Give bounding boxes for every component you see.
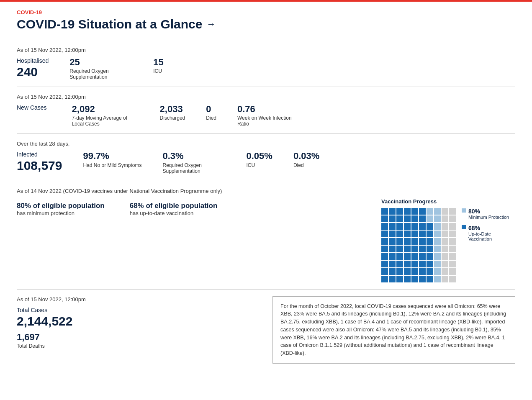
hospitalised-block: Hospitalised 240 (17, 57, 49, 79)
infected-block: Infected 108,579 (17, 151, 62, 172)
waffle-cell (419, 238, 426, 245)
waffle-cell (396, 208, 403, 215)
discharged-label: Discharged (160, 115, 185, 121)
waffle-cell (404, 276, 411, 282)
legend-80-text: 80% Minimum Protection (468, 208, 509, 220)
waffle-cell (419, 246, 426, 252)
waffle-cell (411, 215, 418, 222)
total-cases-label: Total Cases (17, 307, 272, 313)
hospitalised-section: As of 15 Nov 2022, 12:00pm Hospitalised … (17, 40, 515, 87)
waffle-cell (434, 231, 441, 237)
legend-68-text: 68% Up-to-Date Vaccination (468, 225, 515, 241)
waffle-cell (381, 253, 388, 260)
died-28-label: Died (293, 162, 319, 168)
vaccination-left: 80% of eligible population has minimum p… (17, 198, 381, 216)
died-block: 0 Died (206, 104, 216, 121)
waffle-cell (389, 238, 396, 245)
died-value: 0 (206, 104, 216, 114)
waffle-cell (404, 246, 411, 252)
waffle-cell (449, 253, 456, 260)
min-pct-bold: 80% of eligible population (17, 202, 105, 210)
waffle-chart (381, 208, 456, 282)
waffle-cell (434, 215, 441, 222)
waffle-cell (427, 246, 433, 252)
waffle-cell (396, 215, 403, 222)
waffle-cell (381, 238, 388, 245)
waffle-cell (396, 276, 403, 282)
total-deaths-label: Total Deaths (17, 343, 45, 349)
icu-block: 15 ICU (153, 57, 163, 74)
waffle-cell (442, 238, 448, 245)
waffle-cell (449, 208, 456, 215)
waffle-cell (396, 238, 403, 245)
icu-28-block: 0.05% ICU (247, 151, 272, 168)
note-text: For the month of October 2022, local COV… (280, 303, 506, 356)
waffle-cell (396, 246, 403, 252)
total-cases-value: 2,144,522 (17, 314, 272, 328)
oxygen-block: 25 Required Oxygen Supplementation (69, 57, 132, 80)
waffle-cell (404, 208, 411, 215)
waffle-cell (396, 268, 403, 275)
waffle-cell (381, 208, 388, 215)
waffle-cell (427, 223, 433, 230)
new-cases-label: New Cases (17, 104, 47, 111)
legend-80-color (462, 208, 466, 213)
waffle-cell (411, 268, 418, 275)
waffle-cell (404, 238, 411, 245)
new-cases-section: As of 15 Nov 2022, 12:00pm New Cases 2,0… (17, 87, 515, 133)
icu-label: ICU (153, 68, 163, 74)
waffle-cell (411, 261, 418, 267)
waffle-cell (434, 268, 441, 275)
waffle-cell (442, 246, 448, 252)
waffle-cell (404, 261, 411, 267)
wow-label: Week on Week Infection Ratio (237, 115, 300, 127)
waffle-cell (427, 208, 433, 215)
waffle-cell (389, 215, 396, 222)
icu-28-label: ICU (247, 162, 272, 168)
total-left: As of 15 Nov 2022, 12:00pm Total Cases 2… (17, 296, 272, 349)
waffle-cell (419, 223, 426, 230)
waffle-cell (434, 246, 441, 252)
as-of-1: As of 15 Nov 2022, 12:00pm (17, 47, 515, 53)
oxygen-label: Required Oxygen Supplementation (69, 68, 132, 80)
infected-label: Infected (17, 151, 62, 158)
genomics-note: For the month of October 2022, local COV… (272, 296, 515, 364)
waffle-cell (449, 276, 456, 282)
waffle-cell (434, 261, 441, 267)
mild-label: Had No or Mild Symptoms (83, 162, 141, 168)
vacc-chart-title: Vaccination Progress (381, 198, 437, 205)
died-label: Died (206, 115, 216, 121)
waffle-cell (449, 231, 456, 237)
waffle-cell (389, 268, 396, 275)
wow-value: 0.76 (237, 104, 300, 114)
waffle-cell (411, 238, 418, 245)
waffle-cell (442, 215, 448, 222)
discharged-value: 2,033 (160, 104, 185, 114)
waffle-cell (389, 246, 396, 252)
as-of-2: As of 15 Nov 2022, 12:00pm (17, 94, 515, 100)
total-deaths-block: 1,697 Total Deaths (17, 332, 272, 349)
waffle-cell (419, 208, 426, 215)
vaccination-as-of: As of 14 Nov 2022 (COVID-19 vaccines und… (17, 188, 515, 194)
legend-68-color (462, 225, 466, 229)
waffle-cell (411, 253, 418, 260)
waffle-cell (419, 276, 426, 282)
waffle-cell (419, 268, 426, 275)
page-title: COVID-19 Situation at a Glance → (17, 17, 515, 31)
total-cases-section: As of 15 Nov 2022, 12:00pm Total Cases 2… (17, 289, 515, 370)
hospitalised-value: 240 (17, 65, 49, 79)
waffle-cell (411, 208, 418, 215)
mild-block: 99.7% Had No or Mild Symptoms (83, 151, 141, 168)
waffle-cell (411, 276, 418, 282)
waffle-cell (396, 223, 403, 230)
waffle-cell (381, 276, 388, 282)
waffle-cell (389, 208, 396, 215)
waffle-cell (411, 223, 418, 230)
discharged-block: 2,033 Discharged (160, 104, 185, 121)
waffle-cell (381, 231, 388, 237)
min-protection-block: 80% of eligible population has minimum p… (17, 202, 105, 216)
moving-avg-label: 7-day Moving Average of Local Cases (72, 115, 135, 127)
icu-value: 15 (153, 57, 163, 67)
waffle-cell (419, 215, 426, 222)
legend-68: 68% Up-to-Date Vaccination (462, 225, 515, 241)
